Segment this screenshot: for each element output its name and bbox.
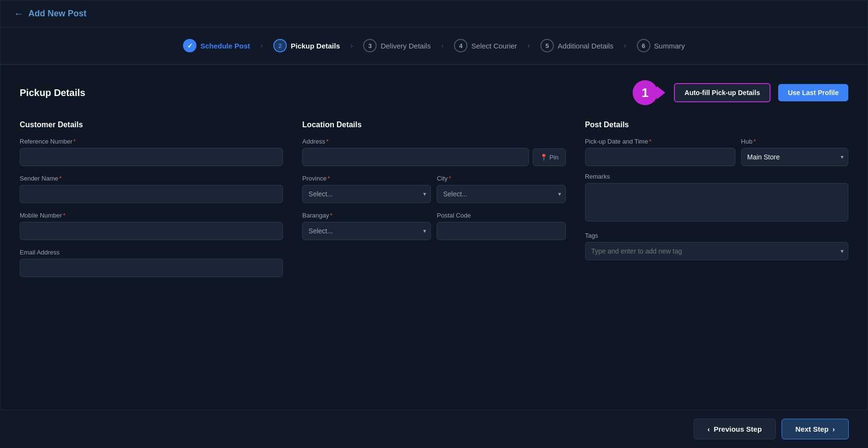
email-address-label: Email Address [20,249,283,256]
barangay-select[interactable]: Select... [302,222,431,240]
next-step-button[interactable]: Next Step › [782,419,849,439]
step-pickup-details[interactable]: 2 Pickup Details [265,39,349,52]
hub-star: * [753,138,756,145]
step-chevron-2: › [351,42,353,49]
customer-details-column: Customer Details Reference Number* Sende… [20,121,283,286]
address-input[interactable] [302,148,529,166]
next-label: Next Step [795,425,829,433]
step-chevron-1: › [261,42,263,49]
top-header: ← Add New Post [0,0,868,27]
province-star: * [328,175,330,182]
province-group: Province* Select... ▾ [302,175,431,203]
previous-step-button[interactable]: ‹ Previous Step [694,419,776,439]
section-header: Pickup Details 1 Auto-fill Pick-up Detai… [20,80,848,105]
province-select[interactable]: Select... [302,185,431,203]
reference-number-label: Reference Number* [20,138,283,145]
page-title: Add New Post [28,9,86,19]
pickup-star: * [649,138,651,145]
tags-label: Tags [585,232,848,239]
step-schedule-post[interactable]: ✓ Schedule Post [174,39,258,52]
postal-code-label: Postal Code [437,212,565,219]
step-chevron-4: › [527,42,530,49]
city-select-wrap: Select... ▾ [437,185,565,203]
steps-wizard: ✓ Schedule Post › 2 Pickup Details › 3 D… [0,27,868,64]
hub-label: Hub* [741,138,848,145]
province-label: Province* [302,175,431,182]
step-2-circle: 2 [273,39,287,52]
back-button[interactable]: ← [14,8,24,19]
autofill-button[interactable]: Auto-fill Pick-up Details [674,83,770,102]
hub-select[interactable]: Main Store [741,148,848,166]
pickup-datetime-label: Pick-up Date and Time* [585,138,735,145]
hub-select-wrap: Main Store ▾ [741,148,848,166]
header-actions: 1 Auto-fill Pick-up Details Use Last Pro… [633,80,848,105]
reference-number-group: Reference Number* [20,138,283,166]
pin-button[interactable]: 📍 Pin [533,148,565,166]
step-chevron-3: › [441,42,444,49]
tags-input[interactable] [585,242,848,260]
city-label: City* [437,175,565,182]
customer-details-title: Customer Details [20,121,283,129]
sender-name-label: Sender Name* [20,175,283,182]
annotation-bubble: 1 [633,80,666,105]
postal-code-input[interactable] [437,222,565,240]
reference-star: * [73,138,76,145]
barangay-postal-row: Barangay* Select... ▾ Postal Code [302,212,565,249]
step-summary[interactable]: 6 Summary [628,39,694,52]
mobile-number-input[interactable] [20,222,283,240]
step-3-label: Delivery Details [380,42,430,50]
hub-group: Hub* Main Store ▾ [741,138,848,166]
use-last-profile-button[interactable]: Use Last Profile [778,84,848,101]
city-star: * [449,175,451,182]
annotation-arrow [657,86,665,99]
reference-number-input[interactable] [20,148,283,166]
barangay-select-wrap: Select... ▾ [302,222,431,240]
step-additional-details[interactable]: 5 Additional Details [532,39,622,52]
location-details-title: Location Details [302,121,565,129]
email-address-input[interactable] [20,259,283,277]
tags-group: Tags ▾ [585,232,848,260]
step-2-label: Pickup Details [291,42,340,50]
step-3-circle: 3 [363,39,377,52]
step-delivery-details[interactable]: 3 Delivery Details [355,39,439,52]
postal-code-group: Postal Code [437,212,565,240]
step-select-courier[interactable]: 4 Select Courier [445,39,526,52]
barangay-star: * [330,212,332,219]
address-row: 📍 Pin [302,148,565,166]
address-label: Address* [302,138,565,145]
prev-label: Previous Step [714,425,762,433]
mobile-star: * [63,212,65,219]
barangay-label: Barangay* [302,212,431,219]
tags-input-wrap: ▾ [585,242,848,260]
address-group: Address* 📍 Pin [302,138,565,166]
location-details-column: Location Details Address* 📍 Pin Province… [302,121,565,286]
step-4-circle: 4 [454,39,467,52]
remarks-label: Remarks [585,173,848,180]
sender-star: * [59,175,61,182]
remarks-textarea[interactable] [585,183,848,221]
prev-icon: ‹ [708,425,710,433]
pickup-hub-row: Pick-up Date and Time* 05/09/2023 10:23 … [585,138,848,166]
section-title: Pickup Details [20,87,86,98]
step-chevron-5: › [624,42,626,49]
next-icon: › [832,425,835,433]
sender-name-input[interactable] [20,185,283,203]
main-content: Pickup Details 1 Auto-fill Pick-up Detai… [0,65,868,391]
mobile-number-label: Mobile Number* [20,212,283,219]
step-6-label: Summary [654,42,685,50]
step-1-circle: ✓ [183,39,196,52]
mobile-number-group: Mobile Number* [20,212,283,240]
barangay-group: Barangay* Select... ▾ [302,212,431,240]
city-select[interactable]: Select... [437,185,565,203]
sender-name-group: Sender Name* [20,175,283,203]
pickup-datetime-input[interactable]: 05/09/2023 10:23 AM [585,148,735,166]
footer-bar: ‹ Previous Step Next Step › [0,410,868,448]
step-4-label: Select Courier [471,42,517,50]
province-city-row: Province* Select... ▾ City* [302,175,565,212]
post-details-column: Post Details Pick-up Date and Time* 05/0… [585,121,848,286]
address-star: * [326,138,329,145]
step-1-label: Schedule Post [200,42,250,50]
email-address-group: Email Address [20,249,283,277]
step-5-circle: 5 [540,39,554,52]
annotation-number: 1 [633,80,658,105]
